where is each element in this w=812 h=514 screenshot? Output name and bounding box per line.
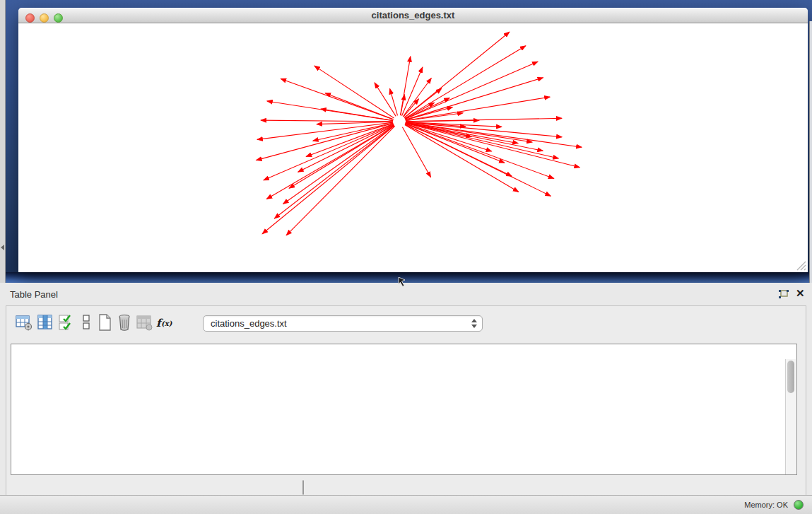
delete-table-icon[interactable]	[115, 313, 134, 332]
select-column-icon[interactable]	[36, 313, 54, 332]
graph-edge[interactable]	[406, 118, 562, 122]
desktop-background: citations_edges.txt	[6, 0, 812, 283]
graph-edge[interactable]	[406, 123, 580, 168]
status-bar: Memory: OK	[0, 495, 812, 514]
import-table-disabled-icon	[135, 313, 153, 332]
graph-edge[interactable]	[405, 124, 553, 178]
dropdown-arrows-icon	[471, 319, 477, 328]
node-table	[11, 344, 797, 475]
graph-edge[interactable]	[281, 78, 393, 119]
graph-edge[interactable]	[261, 120, 393, 122]
top-area: citations_edges.txt	[0, 0, 812, 283]
window-resize-grip[interactable]	[796, 261, 806, 271]
right-panel-divider[interactable]	[809, 21, 812, 283]
mouse-cursor	[398, 277, 408, 288]
graph-edge[interactable]	[262, 126, 394, 234]
window-title: citations_edges.txt	[18, 10, 808, 21]
table-panel-content: f (x) citations_edges.txt	[6, 305, 806, 495]
left-panel-divider[interactable]	[0, 0, 6, 283]
panel-collapse-arrow-icon[interactable]	[1, 245, 4, 250]
graph-edge[interactable]	[404, 32, 510, 117]
table-type-tabs	[302, 480, 304, 495]
function-builder-icon[interactable]: f (x)	[155, 313, 176, 332]
window-titlebar[interactable]: citations_edges.txt	[18, 8, 808, 23]
network-window[interactable]: citations_edges.txt	[18, 8, 808, 272]
network-canvas[interactable]	[18, 23, 808, 272]
graph-edge[interactable]	[405, 62, 538, 119]
table-scrollbar-thumb[interactable]	[787, 361, 794, 393]
table-selector-dropdown[interactable]: citations_edges.txt	[203, 315, 483, 332]
graph-edge[interactable]	[406, 123, 543, 151]
graph-edge[interactable]	[402, 67, 423, 116]
svg-text:(x): (x)	[161, 320, 172, 327]
table-selector-value: citations_edges.txt	[211, 318, 287, 329]
new-table-icon[interactable]	[95, 313, 114, 332]
graph-edge[interactable]	[286, 126, 394, 235]
close-panel-icon[interactable]: ✕	[796, 287, 805, 300]
select-rows-icon[interactable]	[57, 313, 76, 332]
graph-edge[interactable]	[390, 88, 398, 115]
desktop-bottom-band	[6, 272, 812, 283]
graph-edge[interactable]	[401, 95, 405, 115]
table-panel: Table Panel ✕	[0, 283, 812, 495]
clear-selection-icon[interactable]	[77, 313, 95, 332]
citation-network-graph[interactable]	[18, 23, 808, 272]
memory-status-indicator[interactable]	[794, 500, 804, 510]
table-settings-icon[interactable]	[15, 313, 33, 332]
table-panel-title: Table Panel	[10, 289, 58, 300]
memory-status-label: Memory: OK	[744, 501, 788, 509]
graph-edge[interactable]	[405, 124, 551, 196]
table-scrollbar[interactable]	[785, 359, 796, 474]
graph-edge[interactable]	[298, 124, 394, 172]
table-toolbar: f (x) citations_edges.txt	[6, 306, 806, 340]
graph-edge[interactable]	[406, 78, 543, 120]
graph-edge[interactable]	[257, 123, 394, 160]
float-panel-icon[interactable]	[777, 289, 790, 300]
graph-edge[interactable]	[405, 46, 526, 119]
